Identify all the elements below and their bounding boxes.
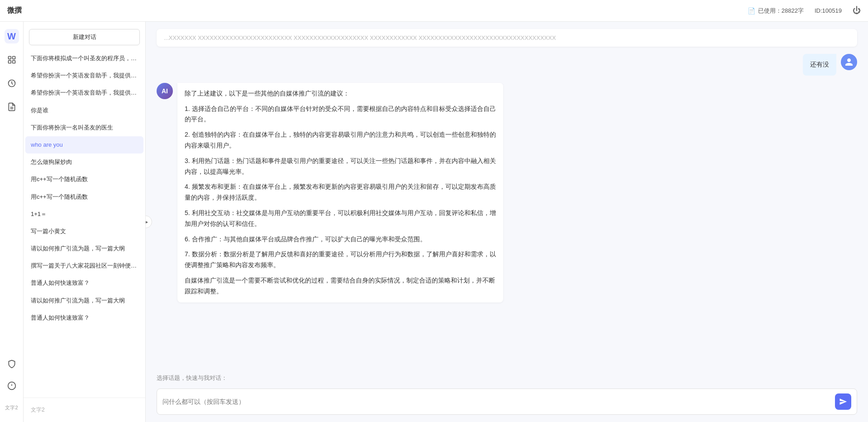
chat-input[interactable] [162,398,831,405]
app-logo: 微撰 [7,6,22,15]
icon-sidebar-bottom: 文字2 [5,357,19,415]
conv-item-1[interactable]: 下面你将模拟成一个叫圣友的程序员，我说... [25,50,143,67]
main-layout: W 文字2 新建对话 下面你将模拟成一个叫圣友的程序员，我说... 希望你扮演一… [0,22,868,422]
ai-para-1: 1. 选择适合自己的平台：不同的自媒体平台针对的受众不同，需要根据自己的内容特点… [185,104,496,125]
ai-para-7: 7. 数据分析：数据分析是了解用户反馈和喜好的重要途径，可以分析用户行为和数据，… [185,249,496,271]
conv-item-3[interactable]: 希望你扮演一个英语发音助手，我提供给你... [25,84,143,101]
conv-item-11[interactable]: 写一篇小黄文 [25,223,143,240]
input-wrapper [157,388,857,415]
usage-text: 已使用：28822字 [758,7,804,15]
sidebar-icon-shield[interactable] [5,357,19,371]
conv-item-14[interactable]: 普通人如何快速致富？ [25,274,143,292]
conv-item-8[interactable]: 用c++写一个随机函数 [25,171,143,188]
ai-para-0: 除了上述建议，以下是一些其他的自媒体推广引流的建议： [185,88,496,99]
user-message-row: 还有没 [157,54,857,76]
conversation-list: 新建对话 下面你将模拟成一个叫圣友的程序员，我说... 希望你扮演一个英语发音助… [24,22,146,422]
ai-para-4: 4. 频繁发布和更新：在自媒体平台上，频繁发布和更新的内容更容易吸引用户的关注和… [185,182,496,203]
usage-info: 📄 已使用：28822字 [748,7,804,15]
topic-bar-label: 选择话题，快速与我对话： [157,374,227,381]
conv-item-16[interactable]: 普通人如何快速致富？ [25,309,143,326]
topbar: 微撰 📄 已使用：28822字 ID:100519 ⏻ [0,0,868,22]
ai-para-5: 5. 利用社交互动：社交媒体是与用户互动的重要平台，可以积极利用社交媒体与用户互… [185,208,496,230]
conversation-items: 下面你将模拟成一个叫圣友的程序员，我说... 希望你扮演一个英语发音助手，我提供… [24,50,145,398]
ai-para-3: 3. 利用热门话题：热门话题和事件是吸引用户的重要途径，可以关注一些热门话题和事… [185,156,496,177]
sidebar-icon-home[interactable] [5,53,19,67]
ai-para-6: 6. 合作推广：与其他自媒体平台或品牌合作推广，可以扩大自己的曝光率和受众范围。 [185,234,496,245]
conv-item-9[interactable]: 用c++写一个随机函数 [25,188,143,206]
conv-list-bottom: 文字2 [24,398,145,422]
ai-para-2: 2. 创造独特的内容：在自媒体平台上，独特的内容更容易吸引用户的注意力和共鸣，可… [185,129,496,151]
input-area [146,385,868,422]
send-button[interactable] [835,393,851,410]
user-message-bubble: 还有没 [803,54,836,76]
power-icon[interactable]: ⏻ [853,6,861,15]
new-conversation-button[interactable]: 新建对话 [29,29,140,45]
ai-message-row: AI 除了上述建议，以下是一些其他的自媒体推广引流的建议： 1. 选择适合自己的… [157,83,857,302]
sidebar-icon-text[interactable]: 文字2 [5,400,19,415]
svg-rect-0 [8,57,11,59]
conv-item-7[interactable]: 怎么做狗屎炒肉 [25,153,143,171]
conv-list-header: 新建对话 [24,22,145,50]
conv-item-2[interactable]: 希望你扮演一个英语发音助手，我提供给你... [25,67,143,84]
sidebar-icon-clock[interactable] [5,76,19,91]
id-label: ID:100519 [815,7,842,14]
conv-item-13[interactable]: 撰写一篇关于八大家花园社区一刻钟便民生... [25,257,143,274]
user-avatar [841,54,857,70]
chat-area: ▶ ...XXXXXXX XXXXXXXXXXXXXXXXXXXXXXXX XX… [146,22,868,422]
sidebar-icon-doc[interactable] [5,100,19,114]
topic-bar: 选择话题，快速与我对话： [146,369,868,385]
ai-para-8: 自媒体推广引流是一个需要不断尝试和优化的过程，需要结合自身的实际情况，制定合适的… [185,275,496,297]
truncated-message: ...XXXXXXX XXXXXXXXXXXXXXXXXXXXXXXX XXXX… [157,29,857,47]
conv-item-15[interactable]: 请以如何推广引流为题，写一篇大纲 [25,292,143,309]
ai-message-bubble: 除了上述建议，以下是一些其他的自媒体推广引流的建议： 1. 选择适合自己的平台：… [177,83,503,302]
ai-avatar: AI [157,83,173,99]
svg-rect-1 [12,57,15,59]
conv-item-12[interactable]: 请以如何推广引流为题，写一篇大纲 [25,240,143,257]
conv-item-6[interactable]: who are you [25,136,143,153]
conv-item-bottom-1[interactable]: 文字2 [25,402,143,418]
icon-sidebar: W 文字2 [0,22,24,422]
svg-rect-2 [8,61,11,63]
topbar-right: 📄 已使用：28822字 ID:100519 ⏻ [748,6,861,15]
conv-item-4[interactable]: 你是谁 [25,102,143,119]
svg-rect-3 [12,61,15,63]
conv-item-5[interactable]: 下面你将扮演一名叫圣友的医生 [25,119,143,136]
chat-messages: ...XXXXXXX XXXXXXXXXXXXXXXXXXXXXXXX XXXX… [146,22,868,369]
conv-item-10[interactable]: 1+1＝ [25,206,143,223]
sidebar-icon-info[interactable] [5,379,19,393]
document-icon: 📄 [748,7,755,14]
sidebar-icon-w[interactable]: W [5,29,19,43]
